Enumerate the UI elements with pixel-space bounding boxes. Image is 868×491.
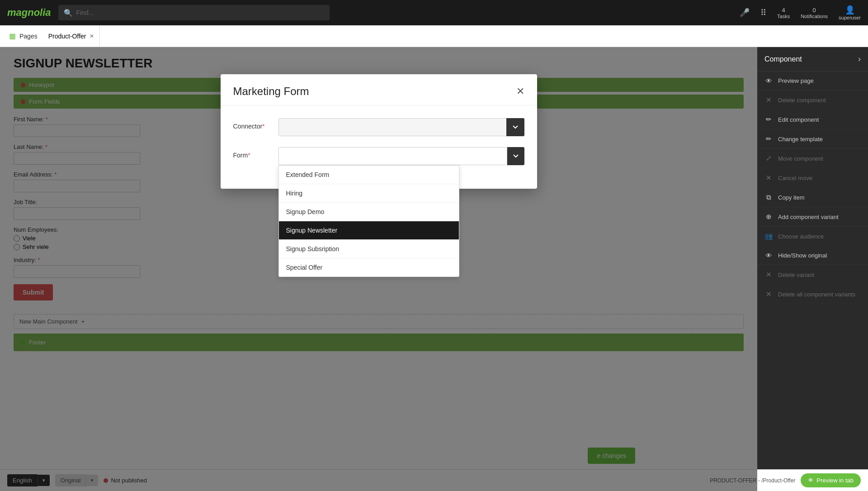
connector-select-wrapper: marketo [278, 118, 524, 136]
form-dropdown-button[interactable] [507, 147, 524, 165]
delete-component-label: Delete component [778, 97, 826, 104]
add-variant-label: Add component variant [778, 214, 839, 220]
panel-header: Component › [757, 47, 868, 72]
connector-input[interactable]: marketo [278, 118, 524, 136]
dropdown-signup-subsription[interactable]: Signup Subsription [279, 240, 459, 258]
add-variant-icon: ⊕ [764, 213, 773, 221]
topbar-right: 🎤 ⠿ 4 Tasks 0 Notifications 👤 superuser [740, 5, 861, 20]
notifications-count: 0 [813, 7, 816, 14]
delete-component-icon: ✕ [764, 96, 773, 104]
modal-title: Marketing Form [233, 85, 309, 98]
delete-all-variants-label: Delete all component variants [778, 291, 855, 298]
marketing-form-modal: Marketing Form ✕ Connector* marketo [221, 74, 537, 189]
panel-choose-audience[interactable]: 👥 Choose audience [757, 227, 868, 246]
search-icon: 🔍 [64, 9, 73, 17]
tasks-count: 4 [782, 7, 785, 14]
panel-change-template[interactable]: ✏ Change template [757, 129, 868, 149]
cancel-move-label: Cancel move [778, 175, 812, 181]
panel-move-component[interactable]: ⤢ Move component [757, 149, 868, 168]
tasks-label: Tasks [777, 14, 790, 19]
grid-icon[interactable]: ⠿ [760, 8, 766, 18]
search-bar[interactable]: 🔍 Find... [58, 5, 330, 20]
cancel-move-icon: ✕ [764, 174, 773, 182]
hide-show-label: Hide/Show original [778, 252, 827, 259]
connector-label: Connector* [233, 118, 269, 130]
panel-delete-all-variants[interactable]: ✕ Delete all component variants [757, 285, 868, 304]
change-template-icon: ✏ [764, 135, 773, 143]
modal-body: Connector* marketo [221, 105, 537, 189]
copy-item-icon: ⧉ [764, 193, 773, 201]
dropdown-signup-demo[interactable]: Signup Demo [279, 203, 459, 221]
copy-item-label: Copy item [778, 194, 805, 201]
edit-component-label: Edit component [778, 116, 819, 123]
logo: magnolia [7, 7, 51, 19]
choose-audience-icon: 👥 [764, 232, 773, 240]
dropdown-signup-newsletter[interactable]: Signup Newsletter [279, 221, 459, 240]
eye-icon: 👁 [764, 77, 773, 85]
move-component-label: Move component [778, 155, 823, 162]
right-panel: Component › 👁 Preview page ✕ Delete comp… [757, 47, 868, 491]
hide-show-icon: 👁 [764, 252, 773, 259]
preview-tab-label: Preview in tab [816, 477, 854, 484]
connector-dropdown-button[interactable] [506, 118, 524, 136]
panel-hide-show[interactable]: 👁 Hide/Show original [757, 246, 868, 265]
delete-variant-label: Delete variant [778, 272, 814, 278]
edit-component-icon: ✏ [764, 115, 773, 124]
delete-variant-icon: ✕ [764, 271, 773, 279]
microphone-icon[interactable]: 🎤 [740, 8, 750, 18]
panel-copy-item[interactable]: ⧉ Copy item [757, 188, 868, 207]
user-button[interactable]: 👤 superuser [839, 5, 861, 20]
tab-pages[interactable]: ▦ Pages [4, 25, 43, 47]
preview-tab-icon: 👁 [808, 477, 814, 484]
choose-audience-label: Choose audience [778, 233, 824, 240]
preview-page-label: Preview page [778, 77, 814, 84]
modal-header: Marketing Form ✕ [221, 74, 537, 105]
panel-edit-component[interactable]: ✏ Edit component [757, 110, 868, 129]
notifications-button[interactable]: 0 Notifications [801, 7, 828, 19]
tab-product-offer[interactable]: Product-Offer ✕ [43, 25, 100, 47]
main-area: SIGNUP NEWSLETTER Honeypot Form Fields F… [0, 47, 868, 491]
product-offer-label: Product-Offer [48, 33, 86, 40]
modal-close-button[interactable]: ✕ [516, 86, 524, 97]
panel-title: Component [764, 55, 802, 63]
form-select-wrapper: Extended Form Hiring Signup Demo Signup … [278, 147, 524, 165]
dropdown-special-offer[interactable]: Special Offer [279, 258, 459, 276]
delete-all-variants-icon: ✕ [764, 290, 773, 298]
form-select-label: Form* [233, 147, 269, 159]
page-editor: SIGNUP NEWSLETTER Honeypot Form Fields F… [0, 47, 757, 491]
dropdown-extended-form[interactable]: Extended Form [279, 166, 459, 184]
panel-delete-component[interactable]: ✕ Delete component [757, 91, 868, 110]
move-component-icon: ⤢ [764, 154, 773, 162]
notifications-label: Notifications [801, 14, 828, 19]
form-search-input[interactable] [278, 147, 508, 165]
panel-close-button[interactable]: › [858, 54, 861, 64]
tab-close-icon[interactable]: ✕ [90, 33, 94, 39]
panel-delete-variant[interactable]: ✕ Delete variant [757, 265, 868, 285]
pages-icon: ▦ [9, 32, 16, 40]
tasks-button[interactable]: 4 Tasks [777, 7, 790, 19]
panel-preview-page[interactable]: 👁 Preview page [757, 72, 868, 91]
connector-row: Connector* marketo [233, 118, 524, 136]
form-select-row: Form* Extended Form [233, 147, 524, 165]
tabbar: ▦ Pages Product-Offer ✕ [0, 25, 868, 47]
panel-cancel-move[interactable]: ✕ Cancel move [757, 168, 868, 188]
change-template-label: Change template [778, 136, 823, 143]
user-label: superuser [839, 15, 861, 20]
modal-overlay: Marketing Form ✕ Connector* marketo [0, 47, 757, 491]
pages-label: Pages [19, 33, 38, 40]
dropdown-hiring[interactable]: Hiring [279, 184, 459, 203]
topbar: magnolia 🔍 Find... 🎤 ⠿ 4 Tasks 0 Notific… [0, 0, 868, 25]
preview-tab-button[interactable]: 👁 Preview in tab [801, 473, 861, 487]
form-dropdown-list: Extended Form Hiring Signup Demo Signup … [278, 165, 459, 277]
search-placeholder: Find... [76, 9, 94, 16]
panel-add-variant[interactable]: ⊕ Add component variant [757, 207, 868, 227]
